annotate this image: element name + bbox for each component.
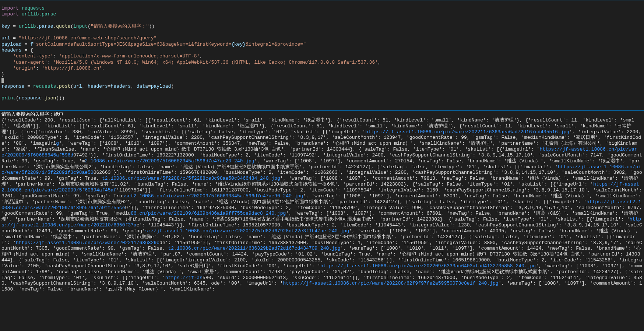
terminal-url[interactable]: 86.cn/pic/ware/202109/6139b436a1a9ff755c… bbox=[131, 211, 286, 216]
string: "sortColumn=default&sortType=DESC&pageSi… bbox=[33, 42, 231, 47]
variable: headers bbox=[1, 47, 22, 53]
keyword-import: import bbox=[1, 11, 19, 17]
code-line[interactable] bbox=[1, 78, 643, 84]
code-line[interactable]: key = urllib.parse.quote(input("请输入要搜索的关… bbox=[1, 24, 643, 29]
code-line[interactable]: 'user-agent': 'Mozilla/5.0 (Windows NT 1… bbox=[1, 60, 643, 66]
text-cursor bbox=[1, 78, 4, 83]
function: .post bbox=[56, 84, 70, 89]
dict-value: 'application/x-www-form-urlencoded;chars… bbox=[59, 53, 200, 59]
code-line[interactable]: url = "https://jf.10086.cn/cmcc-web-shop… bbox=[1, 35, 643, 41]
paren: ) bbox=[171, 84, 174, 89]
string: "https://jf.10086.cn/cmcc-web-shop/searc… bbox=[19, 35, 156, 41]
module: requests bbox=[22, 6, 45, 11]
builtin: input bbox=[73, 24, 88, 29]
terminal-url[interactable]: t2.10086.cn/pic/ware/5f2288/c/5f2288ce3c… bbox=[102, 176, 280, 181]
module: urllib bbox=[19, 24, 36, 29]
comma: , bbox=[102, 66, 105, 71]
code-line[interactable] bbox=[1, 89, 643, 95]
terminal-output[interactable]: 请输入要搜索的关键字：纸巾 {'resultCode': 200, 'resul… bbox=[0, 110, 644, 331]
module: urllib.parse bbox=[22, 11, 56, 17]
dict-key: 'user-agent' bbox=[13, 60, 47, 65]
paren: ( bbox=[16, 95, 19, 101]
module: requests bbox=[33, 84, 56, 89]
terminal-url[interactable]: https://jf-asset1.10086.cn/pic/ware/2022… bbox=[365, 129, 569, 135]
terminal-url[interactable]: g bbox=[56, 141, 59, 146]
paren: )) bbox=[149, 24, 155, 29]
variable: key bbox=[1, 24, 10, 29]
terminal-input-prompt: 请输入要搜索的关键字：纸巾 bbox=[1, 112, 64, 117]
operator: = bbox=[10, 24, 18, 29]
arg: payload bbox=[151, 84, 171, 89]
colon: : bbox=[47, 60, 53, 65]
code-line[interactable]: import urllib.parse bbox=[1, 11, 643, 17]
string: &integral=&province=" bbox=[246, 42, 306, 47]
comma: , bbox=[82, 84, 88, 89]
arg: url bbox=[73, 84, 82, 89]
fstring-prefix: f bbox=[30, 42, 33, 47]
comma: , bbox=[131, 84, 137, 89]
string: "请输入要搜索的关键字：" bbox=[91, 24, 149, 29]
terminal-url[interactable]: https://jf-asset1.10086.cn/pic/ware/2022… bbox=[320, 263, 536, 269]
terminal-url[interactable]: sset2.10086.cn/pic/ware/202009/5f6069384… bbox=[122, 193, 303, 199]
code-line[interactable]: 'origin': 'https://jf.10086.cn', bbox=[1, 66, 643, 71]
paren: ( bbox=[88, 24, 91, 29]
code-line[interactable]: 'content-type': 'application/x-www-form-… bbox=[1, 53, 643, 59]
operator: = bbox=[22, 42, 30, 47]
operator: = bbox=[10, 35, 18, 41]
operator: = bbox=[24, 84, 33, 89]
code-line[interactable]: print(response.json()) bbox=[1, 95, 643, 101]
code-line[interactable] bbox=[1, 29, 643, 35]
colon: : bbox=[53, 53, 59, 59]
kwarg: data bbox=[137, 84, 148, 89]
terminal-url[interactable]: s://jf-asset1.10086.cn/pic/ware/202012/5… bbox=[145, 228, 349, 234]
colon: : bbox=[36, 66, 42, 71]
property: .parse bbox=[36, 24, 53, 29]
terminal-url[interactable]: https://jf-asset2.10086.cn/pic/ware/2022… bbox=[283, 281, 499, 286]
paren: ( bbox=[70, 24, 73, 29]
code-line[interactable]: } bbox=[1, 71, 643, 77]
equals: = bbox=[108, 84, 111, 89]
operator: = bbox=[22, 47, 30, 53]
dict-value: 'Mozilla/5.0 (Windows NT 10.0; Win64; x6… bbox=[53, 60, 378, 65]
method: .json bbox=[42, 95, 56, 101]
code-line[interactable]: payload = f"sortColumn=default&sortType=… bbox=[1, 42, 643, 47]
variable: response bbox=[19, 95, 42, 101]
dict-key: 'content-type' bbox=[13, 53, 53, 59]
equals: = bbox=[148, 84, 151, 89]
dict-value: 'https://jf.10086.cn' bbox=[42, 66, 102, 71]
code-line[interactable]: headers = { bbox=[1, 47, 643, 53]
kwarg: headers bbox=[88, 84, 108, 89]
comma: , bbox=[200, 53, 203, 59]
terminal-url[interactable]: 2.10086.cn/pic/ware/202009/5f60682345af5… bbox=[85, 158, 254, 164]
variable: url bbox=[1, 35, 10, 41]
code-line[interactable]: response = requests.post(url, headers=he… bbox=[1, 84, 643, 89]
code-editor[interactable]: import requests import urllib.parse key … bbox=[0, 0, 644, 110]
terminal-url[interactable]: https://jf-as bbox=[165, 275, 203, 281]
terminal-url[interactable]: t2.10086.cn/pic/ware/202211/636329b2ad72… bbox=[168, 246, 340, 251]
code-line[interactable] bbox=[1, 18, 643, 24]
dict-key: 'origin' bbox=[13, 66, 36, 71]
arg: headers bbox=[111, 84, 131, 89]
brace: } bbox=[1, 71, 4, 77]
keyword-import: import bbox=[1, 6, 19, 11]
paren: ()) bbox=[56, 95, 64, 101]
code-line[interactable]: import requests bbox=[1, 6, 643, 11]
variable: response bbox=[1, 84, 24, 89]
function: .quote bbox=[53, 24, 70, 29]
terminal-url[interactable]: https://jf-asset1.10086.cn/pic/ware/2022… bbox=[16, 240, 159, 246]
variable: payload bbox=[1, 42, 22, 47]
brace: { bbox=[30, 47, 33, 53]
comma: , bbox=[378, 60, 381, 65]
f-interp: {key} bbox=[231, 42, 246, 47]
builtin: print bbox=[1, 95, 16, 101]
paren: ( bbox=[70, 84, 73, 89]
